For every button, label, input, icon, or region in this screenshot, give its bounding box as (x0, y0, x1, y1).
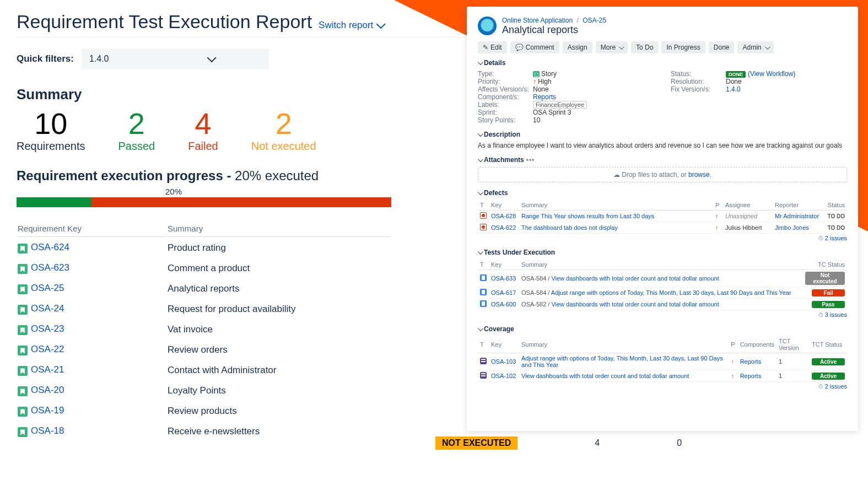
tests-table: T Key Summary TC Status OSA-633 OSA-584 … (478, 260, 847, 310)
coverage-summary-link[interactable]: View dashboards with total order count a… (521, 373, 689, 379)
table-row: OSA-624Product rating (18, 238, 390, 257)
requirement-key-link[interactable]: OSA-25 (31, 283, 64, 293)
card-passed-label: Passed (118, 140, 155, 153)
table-row: OSA-25Analytical reports (18, 279, 390, 298)
test-summary-link[interactable]: Adjust range with options of Today, This… (551, 289, 791, 296)
defect-key-link[interactable]: OSA-622 (491, 224, 516, 231)
test-status-pill: Not executed (805, 272, 845, 285)
card-failed: 4 Failed (188, 107, 218, 153)
priority-up-icon: ↑ (731, 358, 734, 365)
requirement-key-link[interactable]: OSA-21 (31, 364, 64, 375)
coverage-count[interactable]: ♲ 2 issues (478, 383, 847, 390)
requirement-key-link[interactable]: OSA-623 (31, 262, 69, 273)
table-row: OSA-19Review products (18, 401, 390, 420)
defects-count[interactable]: ♲ 2 issues (478, 235, 847, 242)
coverage-components-link[interactable]: Reports (740, 358, 762, 365)
card-failed-label: Failed (188, 140, 218, 153)
bookmark-icon (18, 325, 28, 335)
card-notexec-value: 2 (251, 107, 316, 140)
breadcrumb-app-link[interactable]: Online Store Application (502, 17, 573, 24)
tests-count[interactable]: ♲ 3 issues (478, 311, 847, 319)
view-workflow-link[interactable]: (View Workflow) (748, 70, 795, 78)
status-label: Status: (671, 70, 726, 78)
bottom-value-2: 0 (677, 438, 682, 448)
type-label: Type: (478, 70, 533, 78)
requirement-key-link[interactable]: OSA-23 (31, 324, 64, 334)
requirement-key-link[interactable]: OSA-20 (31, 385, 64, 395)
requirement-key-link[interactable]: OSA-624 (31, 242, 69, 252)
more-button[interactable]: More (596, 41, 628, 53)
defect-summary-link[interactable]: The dashboard tab does not display (521, 224, 618, 231)
requirement-key-link[interactable]: OSA-22 (31, 344, 64, 354)
test-status-pill: Pass (812, 301, 845, 308)
label-chip[interactable]: FinanceEmployee (533, 101, 587, 109)
test-prefix: OSA-584 / (521, 275, 551, 282)
attachments-heading[interactable]: Attachments••• (478, 156, 847, 164)
coverage-status-pill: Active (812, 373, 845, 380)
defect-reporter-link[interactable]: Jimbo Jones (775, 224, 809, 231)
defect-assignee[interactable]: Unassigned (723, 211, 773, 222)
test-key-link[interactable]: OSA-617 (491, 289, 516, 296)
progress-bar-fill (17, 197, 91, 207)
resolution-label: Resolution: (671, 78, 726, 85)
requirement-summary: Loyalty Points (168, 381, 390, 400)
table-row: OSA-23Vat invoice (18, 320, 390, 339)
sprint-label: Sprint: (478, 109, 533, 116)
test-summary-link[interactable]: View dashboards with total order count a… (551, 301, 719, 308)
browse-link[interactable]: browse (688, 171, 710, 179)
coverage-summary-link[interactable]: Adjust range with options of Today, This… (521, 355, 723, 368)
defect-reporter-link[interactable]: Mr Administrator (775, 213, 819, 219)
coverage-heading[interactable]: Coverage (478, 325, 847, 333)
fixversion-link[interactable]: 1.4.0 (726, 85, 741, 93)
switch-report-link[interactable]: Switch report (319, 20, 383, 31)
requirement-key-link[interactable]: OSA-19 (31, 405, 64, 416)
inprogress-button[interactable]: In Progress (661, 41, 705, 53)
defect-summary-link[interactable]: Range This Year shows results from Last … (521, 213, 654, 219)
quick-filters-select[interactable]: 1.4.0 (82, 48, 269, 69)
comment-button[interactable]: 💬 Comment (510, 41, 559, 53)
table-row: OSA-103 Adjust range with options of Tod… (478, 353, 847, 370)
priority-up-icon: ↑ (715, 213, 719, 219)
issue-panel: Online Store Application / OSA-25 Analyt… (467, 7, 858, 431)
requirement-key-link[interactable]: OSA-24 (31, 303, 64, 314)
attachments-dropzone[interactable]: ☁ Drop files to attach, or browse. (478, 167, 847, 182)
bookmark-icon (18, 386, 28, 396)
card-notexec-label: Not executed (251, 140, 316, 153)
sprint-value: OSA Sprint 3 (533, 109, 654, 116)
description-heading[interactable]: Description (478, 131, 847, 138)
attachments-more-icon[interactable]: ••• (526, 156, 535, 164)
components-link[interactable]: Reports (533, 93, 556, 101)
defect-key-link[interactable]: OSA-628 (491, 213, 516, 219)
status-value: DONE(View Workflow) (726, 70, 847, 78)
requirement-key-link[interactable]: OSA-18 (31, 425, 64, 436)
test-key-link[interactable]: OSA-633 (491, 275, 516, 282)
done-button[interactable]: Done (709, 41, 735, 53)
details-heading[interactable]: Details (478, 59, 847, 67)
coverage-key-link[interactable]: OSA-102 (491, 373, 516, 379)
tests-heading[interactable]: Tests Under Execution (478, 249, 847, 256)
table-row: OSA-617 OSA-584 / Adjust range with opti… (478, 287, 847, 299)
requirement-summary: Request for product availability (168, 299, 390, 319)
assign-button[interactable]: Assign (563, 41, 592, 53)
coverage-key-link[interactable]: OSA-103 (491, 358, 516, 365)
test-key-link[interactable]: OSA-600 (491, 301, 516, 308)
issue-title: Analytical reports (502, 24, 606, 36)
bookmark-icon (18, 305, 28, 315)
defects-heading[interactable]: Defects (478, 189, 847, 197)
bottom-summary-row: NOT EXECUTED 4 0 (435, 436, 682, 450)
table-row: OSA-628 Range This Year shows results fr… (478, 211, 847, 222)
coverage-tctv: 1 (777, 353, 810, 370)
admin-button[interactable]: Admin (737, 41, 773, 53)
priority-up-icon: ↑ (731, 373, 734, 379)
breadcrumb-key-link[interactable]: OSA-25 (583, 17, 606, 24)
test-summary-link[interactable]: View dashboards with total order count a… (551, 275, 719, 282)
table-row: OSA-102 View dashboards with total order… (478, 370, 847, 382)
defect-assignee[interactable]: Julius Hibbert (723, 222, 773, 234)
not-executed-badge: NOT EXECUTED (435, 436, 517, 450)
todo-button[interactable]: To Do (631, 41, 658, 53)
description-text: As a finance employee I want to view ana… (478, 142, 847, 149)
bookmark-icon (18, 244, 28, 254)
edit-button[interactable]: ✎ Edit (478, 41, 507, 53)
table-row: OSA-633 OSA-584 / View dashboards with t… (478, 270, 847, 287)
coverage-components-link[interactable]: Reports (740, 373, 762, 379)
